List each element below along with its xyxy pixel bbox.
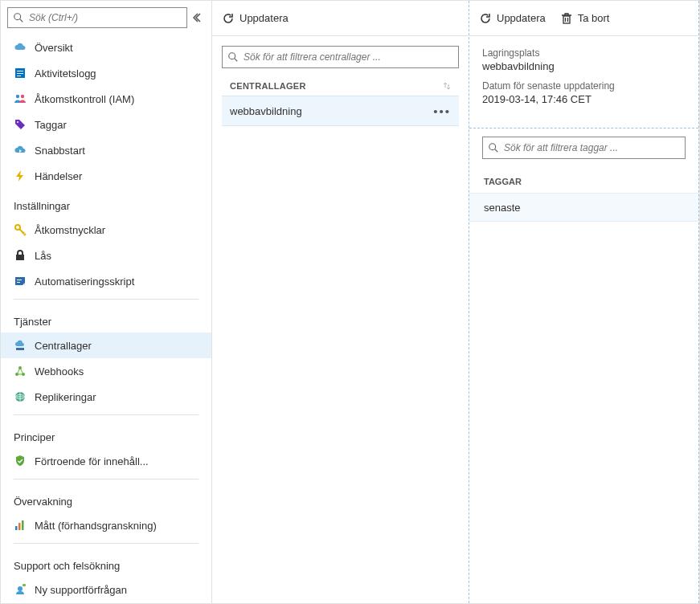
log-icon <box>14 67 27 80</box>
nav-item-label: Webhooks <box>35 365 84 378</box>
nav-item-access-keys[interactable]: Åtkomstnycklar <box>1 217 211 243</box>
nav-item-replications[interactable]: Replikeringar <box>1 384 211 410</box>
nav-item-label: Åtkomstnycklar <box>35 224 105 236</box>
repository-detail-panel: Uppdatera Ta bort Lagringsplats webbavbi… <box>469 1 699 603</box>
updated-label: Datum för senaste uppdatering <box>482 80 686 92</box>
trash-icon <box>560 12 573 25</box>
nav-item-label: Taggar <box>35 119 67 131</box>
nav-item-label: Åtkomstkontroll (IAM) <box>35 93 134 105</box>
svg-rect-5 <box>17 76 21 76</box>
nav-item-overview[interactable]: Översikt <box>1 35 211 60</box>
svg-rect-10 <box>16 255 24 260</box>
search-icon <box>488 142 499 153</box>
nav-item-label: Aktivitetslogg <box>35 67 96 80</box>
repository-row[interactable]: webbavbildning ••• <box>222 96 459 126</box>
svg-rect-12 <box>17 280 22 280</box>
toolbar-btn-label: Ta bort <box>578 12 610 24</box>
delete-button[interactable]: Ta bort <box>560 12 610 25</box>
nav-item-label: Översikt <box>35 42 73 54</box>
divider <box>14 543 199 544</box>
svg-point-0 <box>14 14 21 20</box>
repositories-panel: Uppdatera CENTRALLAGER webbavbildning ••… <box>212 1 469 603</box>
column-header-label: CENTRALLAGER <box>230 81 306 91</box>
svg-rect-14 <box>16 348 24 350</box>
search-icon <box>13 12 24 23</box>
divider <box>14 299 199 300</box>
nav-section-settings: Inställningar <box>1 189 211 217</box>
repositories-filter-box[interactable] <box>222 46 459 68</box>
tag-name: senaste <box>484 202 521 214</box>
repositories-toolbar: Uppdatera <box>212 1 469 36</box>
sidebar-search-input[interactable] <box>29 12 182 23</box>
svg-point-28 <box>489 144 496 150</box>
nav-item-new-support-request[interactable]: Ny supportförfrågan <box>1 577 211 602</box>
nav-item-webhooks[interactable]: Webhooks <box>1 358 211 384</box>
nav-section-policies: Principer <box>1 420 211 448</box>
tags-filter-box[interactable] <box>482 137 686 159</box>
row-more-button[interactable]: ••• <box>433 104 451 118</box>
nav-item-label: Förtroende för innehåll... <box>35 455 149 467</box>
svg-point-6 <box>16 95 19 98</box>
nav-section-monitoring: Övervakning <box>1 484 211 512</box>
repositories-filter-input[interactable] <box>244 51 453 63</box>
cloud-tray-icon <box>14 339 27 352</box>
nav-item-quickstart[interactable]: Snabbstart <box>1 137 211 163</box>
nav-item-label: Händelser <box>35 170 82 182</box>
nav-item-label: Mått (förhandsgranskning) <box>35 520 157 532</box>
nav-item-label: Replikeringar <box>35 391 96 403</box>
nav-section-services: Tjänster <box>1 304 211 333</box>
sidebar: Översikt Aktivitetslogg Åtkomstkontroll … <box>1 1 212 603</box>
svg-point-23 <box>18 586 23 591</box>
nav-item-repositories[interactable]: Centrallager <box>1 333 211 358</box>
nav-item-tags[interactable]: Taggar <box>1 112 211 137</box>
svg-rect-11 <box>15 277 25 285</box>
svg-point-25 <box>229 53 235 59</box>
tags-filter-input[interactable] <box>504 142 680 153</box>
svg-rect-27 <box>563 16 570 23</box>
refresh-icon <box>222 12 235 25</box>
nav-item-locks[interactable]: Lås <box>1 243 211 268</box>
nav-item-events[interactable]: Händelser <box>1 163 211 189</box>
collapse-sidebar-icon[interactable] <box>192 11 205 24</box>
location-label: Lagringsplats <box>482 47 686 59</box>
svg-point-8 <box>17 121 18 123</box>
refresh-icon <box>479 12 492 25</box>
svg-rect-20 <box>15 526 18 530</box>
nav-item-iam[interactable]: Åtkomstkontroll (IAM) <box>1 86 211 112</box>
sidebar-search-box[interactable] <box>7 7 187 28</box>
tags-column-header: TAGGAR <box>469 173 698 193</box>
svg-line-1 <box>20 19 23 22</box>
repository-name: webbavbildning <box>230 105 302 117</box>
svg-rect-13 <box>17 282 20 283</box>
nav-item-automation-script[interactable]: Automatiseringsskript <box>1 268 211 294</box>
svg-rect-4 <box>17 73 23 74</box>
nav-item-label: Ny supportförfrågan <box>35 584 127 596</box>
nav-item-activity-log[interactable]: Aktivitetslogg <box>1 60 211 86</box>
cloud-icon <box>14 41 27 54</box>
svg-line-26 <box>235 59 238 62</box>
nav-item-label: Automatiseringsskript <box>35 275 134 288</box>
repositories-column-header[interactable]: CENTRALLAGER <box>222 76 459 96</box>
updated-value: 2019-03-14, 17:46 CET <box>482 93 686 105</box>
refresh-button[interactable]: Uppdatera <box>222 12 289 25</box>
tag-row[interactable]: senaste <box>469 193 698 222</box>
nav-section-support: Support och felsökning <box>1 549 211 577</box>
key-icon <box>14 223 27 236</box>
lock-icon <box>14 249 27 262</box>
svg-rect-22 <box>22 520 24 530</box>
refresh-button[interactable]: Uppdatera <box>479 12 546 25</box>
svg-rect-3 <box>17 71 23 71</box>
search-icon <box>227 51 239 63</box>
nav-item-label: Snabbstart <box>35 145 85 157</box>
divider <box>14 414 199 415</box>
shield-icon <box>14 455 27 467</box>
nav-item-label: Centrallager <box>35 340 92 352</box>
quickstart-icon <box>14 144 27 157</box>
nav-item-metrics[interactable]: Mått (förhandsgranskning) <box>1 512 211 538</box>
webhook-icon <box>14 365 27 378</box>
people-icon <box>14 92 27 105</box>
support-icon <box>14 583 27 596</box>
divider <box>14 479 199 480</box>
detail-toolbar: Uppdatera Ta bort <box>469 1 698 36</box>
nav-item-content-trust[interactable]: Förtroende för innehåll... <box>1 448 211 474</box>
